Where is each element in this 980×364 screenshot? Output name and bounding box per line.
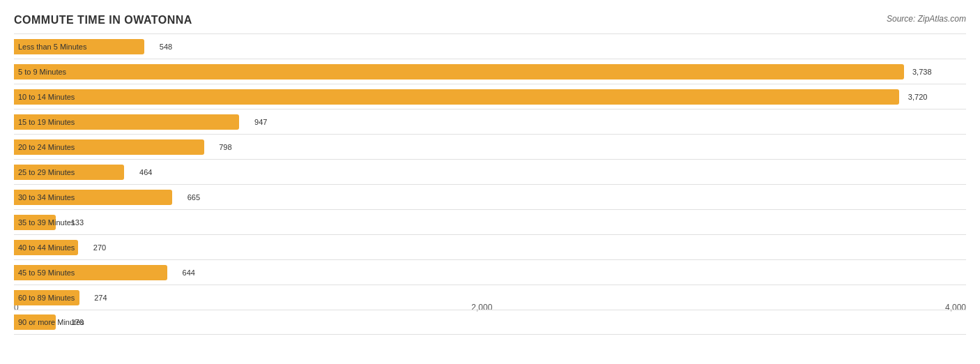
bar: 15 to 19 Minutes947 [14, 114, 239, 130]
bar-row: 20 to 24 Minutes798 [14, 134, 966, 159]
bar-label: 20 to 24 Minutes [18, 143, 75, 151]
bar-row: 30 to 34 Minutes665 [14, 184, 966, 209]
chart-area: Less than 5 Minutes5485 to 9 Minutes3,73… [14, 33, 966, 321]
bar-value: 665 [187, 193, 200, 202]
bar: 10 to 14 Minutes3,720 [14, 89, 899, 105]
bar-label: 25 to 29 Minutes [18, 168, 75, 176]
bar-wrapper: 15 to 19 Minutes947 [14, 113, 966, 131]
bar: 35 to 39 Minutes133 [14, 215, 56, 230]
bars-section: Less than 5 Minutes5485 to 9 Minutes3,73… [14, 33, 966, 300]
bar-label: 30 to 34 Minutes [18, 193, 75, 202]
bar-value: 644 [183, 268, 195, 277]
bar-value: 947 [254, 118, 267, 126]
bar-wrapper: 25 to 29 Minutes464 [14, 163, 966, 181]
bar-value: 133 [71, 218, 84, 227]
bar-value: 548 [160, 43, 172, 51]
bar-label: 5 to 9 Minutes [18, 68, 66, 76]
bar-wrapper: 20 to 24 Minutes798 [14, 138, 966, 156]
bar-wrapper: Less than 5 Minutes548 [14, 38, 966, 56]
bar-label: 10 to 14 Minutes [18, 93, 75, 101]
bar-row: 15 to 19 Minutes947 [14, 109, 966, 134]
bar-label: Less than 5 Minutes [18, 43, 86, 51]
bar-row: 35 to 39 Minutes133 [14, 209, 966, 234]
bar-wrapper: 40 to 44 Minutes270 [14, 238, 966, 257]
bar: 90 or more Minutes170 [14, 314, 56, 330]
bar-wrapper: 45 to 59 Minutes644 [14, 264, 966, 282]
bar: 25 to 29 Minutes464 [14, 165, 124, 180]
bar-value: 274 [94, 294, 107, 302]
bar-wrapper: 10 to 14 Minutes3,720 [14, 88, 966, 106]
bar: 60 to 89 Minutes274 [14, 290, 79, 305]
bar-wrapper: 5 to 9 Minutes3,738 [14, 63, 966, 81]
bar-label: 15 to 19 Minutes [18, 118, 75, 126]
bar-row: 45 to 59 Minutes644 [14, 259, 966, 285]
bar: Less than 5 Minutes548 [14, 39, 144, 54]
chart-container: COMMUTE TIME IN OWATONNA Source: ZipAtla… [0, 0, 980, 364]
bar-label: 45 to 59 Minutes [18, 268, 75, 277]
bar-row: Less than 5 Minutes548 [14, 33, 966, 59]
bar-row: 60 to 89 Minutes274 [14, 285, 966, 310]
bar-label: 60 to 89 Minutes [18, 294, 75, 302]
bar-wrapper: 30 to 34 Minutes665 [14, 188, 966, 206]
bar-label: 35 to 39 Minutes [18, 218, 75, 227]
bar: 40 to 44 Minutes270 [14, 240, 78, 255]
bar-row: 40 to 44 Minutes270 [14, 234, 966, 259]
bar: 20 to 24 Minutes798 [14, 139, 204, 155]
bar-row: 5 to 9 Minutes3,738 [14, 59, 966, 84]
chart-source: Source: ZipAtlas.com [887, 14, 966, 24]
bar-row: 10 to 14 Minutes3,720 [14, 84, 966, 109]
bar-wrapper: 35 to 39 Minutes133 [14, 213, 966, 232]
bar-label: 40 to 44 Minutes [18, 243, 75, 252]
bar-value: 3,720 [908, 93, 928, 101]
chart-title: COMMUTE TIME IN OWATONNA [14, 14, 966, 26]
bar-row: 25 to 29 Minutes464 [14, 159, 966, 184]
bar-wrapper: 60 to 89 Minutes274 [14, 289, 966, 307]
bar-value: 798 [219, 143, 231, 151]
bar-value: 3,738 [912, 68, 932, 76]
bar-value: 270 [93, 243, 106, 252]
bar: 5 to 9 Minutes3,738 [14, 64, 904, 79]
bar-row: 90 or more Minutes170 [14, 310, 966, 335]
bar-value: 170 [71, 318, 84, 326]
bar-wrapper: 90 or more Minutes170 [14, 313, 966, 331]
bar-value: 464 [139, 168, 152, 176]
bar: 30 to 34 Minutes665 [14, 190, 172, 205]
bar: 45 to 59 Minutes644 [14, 265, 167, 280]
